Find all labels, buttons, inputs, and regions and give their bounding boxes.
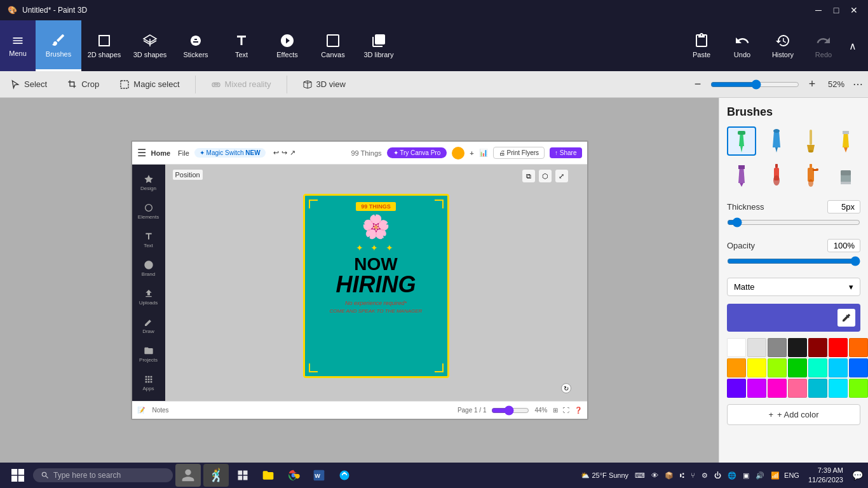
color-swatch-16[interactable] <box>768 379 787 398</box>
ribbon-item-2dshapes[interactable]: 2D shapes <box>81 20 127 71</box>
canva-sidebar-elements[interactable]: Elements <box>135 198 163 224</box>
flyer-design[interactable]: 99 THINGS 🌸 ✦ ✦ ✦ NOW HIRING No experien… <box>303 194 449 378</box>
mixed-reality-tool[interactable]: Mixed reality <box>206 77 276 92</box>
collapse-ribbon-button[interactable]: ∧ <box>845 38 860 53</box>
eyedropper-button[interactable] <box>837 309 855 327</box>
taskbar-word[interactable]: W <box>308 464 330 487</box>
canva-notes-icon[interactable]: 📝 <box>137 407 145 414</box>
canva-nav-file[interactable]: File <box>178 149 189 157</box>
ribbon-item-canvas[interactable]: Canvas <box>310 20 356 71</box>
selected-color-swatch[interactable] <box>727 304 860 332</box>
crop-tool[interactable]: Crop <box>62 77 104 92</box>
color-swatch-13[interactable] <box>849 358 868 377</box>
color-swatch-0[interactable] <box>727 338 746 357</box>
add-color-button[interactable]: + + Add color <box>727 404 860 425</box>
sound-icon[interactable]: 🔊 <box>754 470 766 481</box>
canva-nav-home[interactable]: Home <box>151 149 171 157</box>
canva-menu-icon[interactable]: ☰ <box>137 147 146 159</box>
canva-undo[interactable]: ↩ <box>273 149 279 157</box>
print-flyers-button[interactable]: 🖨 Print Flyers <box>493 147 545 159</box>
clock[interactable]: 7:39 AM 11/26/2023 <box>803 466 848 485</box>
share-button[interactable]: ↑ Share <box>550 147 581 158</box>
color-swatch-10[interactable] <box>788 358 807 377</box>
brush-crayon[interactable] <box>727 161 756 190</box>
color-swatch-8[interactable] <box>747 358 766 377</box>
opacity-slider[interactable] <box>727 256 860 266</box>
taskbar-file-explorer[interactable] <box>257 464 280 487</box>
weather-widget[interactable]: ⛅ 25°F Sunny <box>579 470 630 481</box>
search-input[interactable] <box>53 471 155 480</box>
ribbon-item-stickers[interactable]: Stickers <box>173 20 219 71</box>
brush-oil[interactable] <box>796 126 825 156</box>
color-swatch-5[interactable] <box>829 338 848 357</box>
canva-sidebar-apps[interactable]: Apps <box>135 370 163 396</box>
zoom-out-button[interactable]: − <box>690 77 705 92</box>
canva-chart-icon[interactable]: 📊 <box>479 149 488 157</box>
color-swatch-15[interactable] <box>747 379 766 398</box>
network-icon[interactable]: 🌐 <box>726 470 738 481</box>
canva-sidebar-design[interactable]: Design <box>135 170 163 196</box>
menu-button[interactable]: Menu <box>0 20 36 71</box>
notification-button[interactable]: 💬 <box>852 470 863 480</box>
color-swatch-9[interactable] <box>768 358 787 377</box>
ribbon-item-effects[interactable]: Effects <box>264 20 310 71</box>
color-swatch-19[interactable] <box>829 379 848 398</box>
color-swatch-17[interactable] <box>788 379 807 398</box>
taskbar-paint3d[interactable] <box>333 464 356 487</box>
maximize-button[interactable]: □ <box>830 5 843 15</box>
zoom-options-button[interactable]: ⋯ <box>853 78 863 90</box>
color-swatch-18[interactable] <box>808 379 827 398</box>
ribbon-item-3dlibrary[interactable]: 3D library <box>356 20 402 71</box>
color-swatch-20[interactable] <box>849 379 868 398</box>
canva-help-icon[interactable]: ❓ <box>574 407 582 414</box>
taskbar-chrome[interactable] <box>282 464 305 487</box>
brush-marker[interactable] <box>727 126 756 156</box>
color-swatch-7[interactable] <box>727 358 746 377</box>
brush-eraser[interactable] <box>831 161 860 190</box>
taskbar-search-bar[interactable] <box>33 468 173 482</box>
canva-sidebar-text[interactable]: Text <box>135 227 163 253</box>
zoom-in-button[interactable]: + <box>804 77 820 92</box>
canva-duplicate-icon[interactable]: ⬡ <box>539 170 552 182</box>
settings-tray-icon[interactable]: ⚙ <box>700 470 710 481</box>
magic-select-tool[interactable]: Magic select <box>114 77 184 92</box>
canva-copy-icon[interactable]: ⧉ <box>522 170 535 182</box>
color-swatch-11[interactable] <box>808 358 827 377</box>
minimize-button[interactable]: ─ <box>812 5 825 15</box>
paste-button[interactable]: Paste <box>682 28 721 64</box>
brush-pencil[interactable] <box>831 126 860 156</box>
keyboard-icon[interactable]: ⌨ <box>633 470 647 481</box>
canva-fullscreen-icon[interactable]: ⛶ <box>563 407 569 414</box>
thickness-slider[interactable] <box>727 217 860 227</box>
canva-zoom-slider[interactable] <box>491 405 529 416</box>
canva-redo[interactable]: ↪ <box>281 149 287 157</box>
try-canva-button[interactable]: ✦ Try Canva Pro <box>387 147 447 158</box>
undo-button[interactable]: Undo <box>723 28 761 64</box>
zoom-slider[interactable] <box>710 79 799 90</box>
canva-sidebar-draw[interactable]: Draw <box>135 313 163 339</box>
canva-rotate-handle[interactable]: ↻ <box>561 383 571 393</box>
color-swatch-1[interactable] <box>747 338 766 357</box>
canva-sidebar-brand[interactable]: Brand <box>135 255 163 281</box>
ribbon-item-text[interactable]: Text <box>219 20 264 71</box>
canva-sidebar-projects[interactable]: Projects <box>135 341 163 367</box>
texture-dropdown[interactable]: Matte ▾ <box>727 278 860 296</box>
color-swatch-3[interactable] <box>788 338 807 357</box>
view3d-tool[interactable]: 3D view <box>297 77 351 92</box>
taskbar-task-view[interactable] <box>231 464 254 487</box>
gpu-icon[interactable]: ▣ <box>741 470 751 481</box>
bluetooth-icon[interactable]: ⑆ <box>678 470 686 480</box>
brush-spray[interactable] <box>796 161 825 190</box>
canva-grid-icon[interactable]: ⊞ <box>553 407 558 414</box>
start-button[interactable] <box>5 465 31 485</box>
eye-icon[interactable]: 👁 <box>649 470 660 480</box>
ribbon-item-brushes[interactable]: Brushes <box>36 20 81 71</box>
canva-share-alt[interactable]: ↗ <box>290 149 295 157</box>
usb-icon[interactable]: ⑂ <box>689 470 697 480</box>
magic-switch-badge[interactable]: ✦ Magic Switch NEW <box>194 148 266 158</box>
color-swatch-14[interactable] <box>727 379 746 398</box>
wifi-icon[interactable]: 📶 <box>769 470 782 481</box>
canva-plus-button[interactable]: + <box>470 149 473 157</box>
color-swatch-12[interactable] <box>829 358 848 377</box>
color-swatch-4[interactable] <box>808 338 827 357</box>
